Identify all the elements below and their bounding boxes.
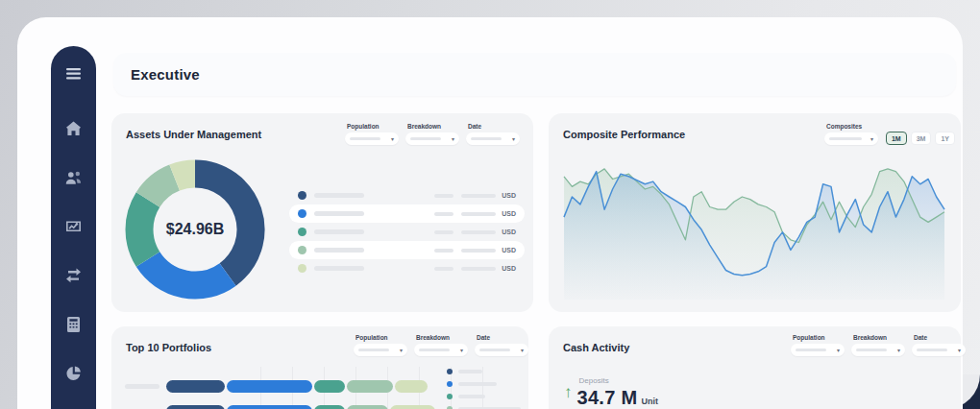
composite-line-chart xyxy=(562,156,946,303)
top10-legend xyxy=(447,369,521,409)
legend-dot xyxy=(298,228,306,236)
bar-segment-5 xyxy=(390,405,435,409)
top10-filters: Population▾Breakdown▾Date▾ xyxy=(354,334,528,356)
chevron-down-icon: ▾ xyxy=(452,136,454,142)
select-placeholder xyxy=(410,137,441,141)
select-placeholder xyxy=(358,349,389,352)
value-placeholder xyxy=(434,212,453,216)
aum-total-value: $24.96B xyxy=(125,159,265,300)
select-placeholder xyxy=(856,349,887,352)
performance-chart-icon[interactable] xyxy=(64,216,84,235)
card-title: Assets Under Management xyxy=(126,129,261,140)
aum-legend-row[interactable]: USD xyxy=(289,204,525,223)
chevron-down-icon: ▾ xyxy=(837,348,840,353)
value-placeholder xyxy=(461,230,496,234)
filter-label: Date xyxy=(468,123,520,130)
bar-segment-2 xyxy=(227,405,312,409)
currency-label: USD xyxy=(502,265,516,272)
aum-legend-row[interactable]: USD xyxy=(289,241,525,259)
bar-segment-5 xyxy=(395,380,428,393)
filter-label: Breakdown xyxy=(407,123,459,130)
date-select[interactable]: ▾ xyxy=(466,132,520,145)
sidebar xyxy=(51,46,96,409)
chevron-down-icon: ▾ xyxy=(460,348,463,353)
range-button-3m[interactable]: 3M xyxy=(911,132,932,145)
legend-name-placeholder xyxy=(314,211,364,216)
chevron-down-icon: ▾ xyxy=(958,348,961,353)
cash-activity-card: Cash Activity Population▾Breakdown▾Date▾… xyxy=(549,326,961,409)
value-placeholder xyxy=(434,194,453,198)
portfolio-bar-row[interactable] xyxy=(125,380,436,393)
legend-name-placeholder xyxy=(314,193,364,198)
currency-label: USD xyxy=(502,192,516,199)
filter-label: Breakdown xyxy=(853,334,905,341)
aum-filters: Population▾Breakdown▾Date▾ xyxy=(345,123,520,145)
legend-name-placeholder xyxy=(458,395,485,398)
portfolio-bar-row[interactable] xyxy=(125,405,436,409)
filter-population: Population▾ xyxy=(354,334,407,356)
range-button-1m[interactable]: 1M xyxy=(886,132,907,145)
breakdown-select[interactable]: ▾ xyxy=(405,132,459,145)
legend-dot xyxy=(447,394,453,399)
composites-select[interactable]: ▾ xyxy=(824,132,878,145)
currency-label: USD xyxy=(502,210,516,217)
value-placeholder xyxy=(434,267,453,271)
bar-segment-4 xyxy=(347,380,393,393)
assets-under-management-card: Assets Under Management Population▾Break… xyxy=(111,113,533,312)
filter-population: Population▾ xyxy=(345,123,399,145)
select-placeholder xyxy=(350,137,380,141)
legend-dot xyxy=(447,369,453,374)
filter-label: Date xyxy=(914,334,966,341)
menu-icon[interactable] xyxy=(64,63,84,83)
card-title: Top 10 Portfolios xyxy=(126,342,211,353)
date-select[interactable]: ▾ xyxy=(475,344,528,356)
select-placeholder xyxy=(479,349,510,352)
composite-performance-card: Composite Performance Composites ▾ 1M3M1… xyxy=(549,113,961,312)
bar-segment-2 xyxy=(227,380,312,393)
calculator-icon[interactable] xyxy=(64,314,84,333)
metric-label: Deposits xyxy=(579,376,658,385)
date-select[interactable]: ▾ xyxy=(912,344,966,356)
breakdown-select[interactable]: ▾ xyxy=(851,344,905,356)
portfolio-name-placeholder xyxy=(125,384,159,389)
select-placeholder xyxy=(917,349,947,352)
metric-unit: Unit xyxy=(641,397,658,406)
pie-chart-icon[interactable] xyxy=(64,363,84,382)
population-select[interactable]: ▾ xyxy=(791,344,845,356)
currency-label: USD xyxy=(502,229,516,235)
users-icon[interactable] xyxy=(64,167,84,186)
filter-date: Date▾ xyxy=(475,334,528,356)
select-placeholder xyxy=(829,137,862,141)
page-header: Executive xyxy=(113,53,956,96)
filter-label: Breakdown xyxy=(416,334,468,341)
bar-segment-3 xyxy=(314,405,345,409)
range-button-group: 1M3M1Y xyxy=(886,132,955,145)
chevron-down-icon: ▾ xyxy=(512,136,515,142)
aum-legend-row[interactable]: USD xyxy=(289,259,525,277)
filter-label: Composites xyxy=(826,123,878,130)
app-container: Executive Assets Under Management Popula… xyxy=(17,17,963,409)
filter-label: Population xyxy=(355,334,407,341)
home-icon[interactable] xyxy=(64,118,84,137)
breakdown-select[interactable]: ▾ xyxy=(414,344,468,356)
range-button-1y[interactable]: 1Y xyxy=(935,132,955,145)
population-select[interactable]: ▾ xyxy=(354,344,407,356)
legend-name-placeholder xyxy=(458,370,482,373)
filter-date: Date▾ xyxy=(466,123,520,145)
filter-population: Population▾ xyxy=(791,334,845,356)
filter-label: Population xyxy=(347,123,399,130)
aum-legend-row[interactable]: USD xyxy=(289,223,525,241)
deposits-metric: ↑ Deposits 34.7 M Unit xyxy=(564,376,658,409)
bar-segment-4 xyxy=(347,405,388,409)
transfers-icon[interactable] xyxy=(64,265,84,284)
value-placeholder xyxy=(461,212,496,216)
filter-date: Date▾ xyxy=(912,334,966,356)
select-placeholder xyxy=(796,349,826,352)
card-title: Cash Activity xyxy=(563,342,629,353)
legend-name-placeholder xyxy=(314,229,364,234)
aum-legend-row[interactable]: USD xyxy=(289,186,525,204)
legend-name-placeholder xyxy=(314,266,364,271)
population-select[interactable]: ▾ xyxy=(345,132,399,145)
bar-segment-3 xyxy=(314,380,345,393)
value-placeholder xyxy=(461,249,496,253)
